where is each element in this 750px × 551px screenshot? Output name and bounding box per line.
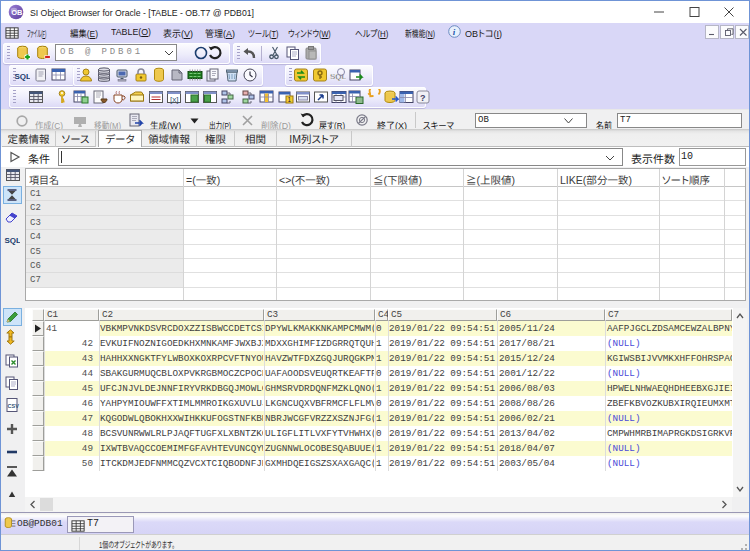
svg-text:[x]: [x] bbox=[170, 95, 178, 104]
svg-text:SQL: SQL bbox=[5, 236, 21, 245]
svg-text:1: 1 bbox=[288, 96, 292, 103]
svg-text:?: ? bbox=[420, 93, 426, 103]
svg-text:CSV: CSV bbox=[8, 403, 20, 409]
svg-text:SQL: SQL bbox=[15, 72, 31, 81]
